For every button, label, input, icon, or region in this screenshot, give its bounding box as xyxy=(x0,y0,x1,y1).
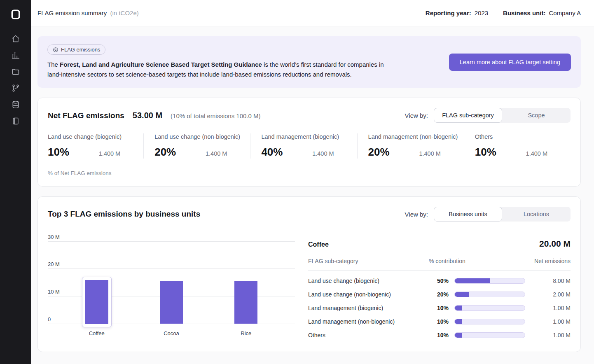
net-flag-toggle: FLAG sub-category Scope xyxy=(434,108,571,123)
bar-slot-cocoa xyxy=(134,281,208,324)
stat-value: 1.400 M xyxy=(206,150,227,157)
detail-head: Coffee 20.00 M xyxy=(308,239,571,249)
row-percent: 10% xyxy=(429,318,449,325)
bar-cocoa[interactable] xyxy=(160,281,183,324)
contribution-bar xyxy=(454,332,525,338)
contribution-bar-fill xyxy=(455,292,469,297)
stat-value: 1.400 M xyxy=(312,150,334,157)
row-percent: 10% xyxy=(429,332,449,338)
net-flag-note: (10% of total emissions 100.0 M) xyxy=(171,112,260,119)
row-value: 8.00 M xyxy=(531,278,571,284)
toggle-scope[interactable]: Scope xyxy=(502,108,571,123)
content: FLAG emissions The Forest, Land and Agri… xyxy=(31,26,594,359)
banner-text-prefix: The xyxy=(47,61,60,68)
row-percent: 10% xyxy=(429,305,449,311)
detail-total: 20.00 M xyxy=(539,239,571,249)
xtick-rice: Rice xyxy=(209,330,283,336)
contribution-bar-fill xyxy=(455,306,462,310)
net-flag-stats-row: Land use change (biogenic) 10%1.400 M La… xyxy=(48,133,571,159)
business-unit-value[interactable]: Company A xyxy=(549,9,581,16)
reporting-year-value[interactable]: 2023 xyxy=(475,9,488,16)
stat-percent: 10% xyxy=(475,146,496,159)
detail-title: Coffee xyxy=(308,241,329,248)
net-flag-card: Net FLAG emissions 53.00 M (10% of total… xyxy=(37,98,581,187)
app-logo-icon[interactable] xyxy=(10,9,21,20)
row-label: Land management (non-biogenic) xyxy=(308,318,423,325)
page-title: FLAG emission summary (in tCO2e) xyxy=(37,9,139,16)
sidebar xyxy=(0,0,31,364)
stat-land-use-change-non-biogenic: Land use change (non-biogenic) 20%1.400 … xyxy=(143,133,250,159)
detail-table-header: FLAG sub-category % contribution Net emi… xyxy=(308,258,571,271)
stat-percent: 20% xyxy=(368,146,390,159)
stat-land-use-change-biogenic: Land use change (biogenic) 10%1.400 M xyxy=(48,133,143,159)
banner-text-block: FLAG emissions The Forest, Land and Agri… xyxy=(47,44,393,79)
viewby-label: View by: xyxy=(405,112,428,119)
stat-percent: 40% xyxy=(261,146,283,159)
toggle-locations[interactable]: Locations xyxy=(502,207,571,222)
toggle-business-units[interactable]: Business units xyxy=(434,207,502,222)
flag-emissions-badge: FLAG emissions xyxy=(47,44,105,55)
contribution-bar-fill xyxy=(455,333,462,338)
table-row: Land use change (biogenic) 50% 8.00 M xyxy=(308,274,571,287)
viewby-label: View by: xyxy=(405,211,428,218)
contribution-bar xyxy=(454,305,525,311)
top3-card: Top 3 FLAG emissions by business units V… xyxy=(37,196,581,352)
banner-text-bold: Forest, Land and Agriculture Science Bas… xyxy=(60,61,262,68)
stat-percent: 10% xyxy=(48,146,69,159)
top3-body: 30 M 20 M 10 M 0 xyxy=(48,232,571,342)
reporting-year-label: Reporting year: xyxy=(426,9,471,16)
stat-land-management-non-biogenic: Land management (non-biogenic) 20%1.400 … xyxy=(357,133,464,159)
co2-badge-icon xyxy=(53,47,58,53)
contribution-bar xyxy=(454,319,525,324)
git-branch-icon[interactable] xyxy=(7,80,24,96)
top3-viewby: View by: Business units Locations xyxy=(405,207,571,222)
net-flag-viewby: View by: FLAG sub-category Scope xyxy=(405,108,571,123)
top3-title: Top 3 FLAG emissions by business units xyxy=(48,210,200,219)
page-title-unit: (in tCO2e) xyxy=(110,9,139,16)
bar-coffee[interactable] xyxy=(85,280,108,324)
toggle-flag-subcategory[interactable]: FLAG sub-category xyxy=(434,108,502,123)
flag-emissions-badge-label: FLAG emissions xyxy=(61,47,100,53)
stat-land-management-biogenic: Land management (biogenic) 40%1.400 M xyxy=(250,133,357,159)
stat-others: Others 10%1.400 M xyxy=(464,133,571,159)
column-header-emissions: Net emissions xyxy=(531,258,571,264)
column-header-contribution: % contribution xyxy=(429,258,525,264)
stat-value: 1.400 M xyxy=(419,150,440,157)
bar-chart-icon[interactable] xyxy=(7,47,24,63)
row-percent: 20% xyxy=(429,291,449,298)
contribution-bar xyxy=(454,292,525,297)
stat-value: 1.400 M xyxy=(526,150,547,157)
book-icon[interactable] xyxy=(7,113,24,129)
home-icon[interactable] xyxy=(7,30,24,47)
column-header-category: FLAG sub-category xyxy=(308,258,423,264)
contribution-bar-fill xyxy=(455,278,490,283)
flag-info-banner: FLAG emissions The Forest, Land and Agri… xyxy=(37,36,581,88)
stat-label: Others xyxy=(475,133,571,140)
banner-description: The Forest, Land and Agriculture Science… xyxy=(47,60,393,79)
row-value: 1.00 M xyxy=(531,318,571,325)
xtick-cocoa: Cocoa xyxy=(134,330,208,336)
table-row: Land management (biogenic) 10% 1.00 M xyxy=(308,301,571,315)
table-row: Others 10% 1.00 M xyxy=(308,328,571,342)
row-label: Land management (biogenic) xyxy=(308,305,423,311)
row-label: Others xyxy=(308,332,423,338)
top3-card-head: Top 3 FLAG emissions by business units V… xyxy=(48,207,571,222)
business-unit: Business unit:Company A xyxy=(503,9,581,16)
xtick-coffee: Coffee xyxy=(59,330,134,336)
folder-icon[interactable] xyxy=(7,63,24,80)
business-unit-detail: Coffee 20.00 M FLAG sub-category % contr… xyxy=(308,232,571,342)
database-icon[interactable] xyxy=(7,96,24,113)
contribution-bar xyxy=(454,278,525,284)
table-row: Land use change (non-biogenic) 20% 2.00 … xyxy=(308,287,571,301)
page-title-text: FLAG emission summary xyxy=(37,9,107,16)
stat-label: Land management (biogenic) xyxy=(261,133,357,140)
bar-rice[interactable] xyxy=(234,281,257,324)
learn-more-button[interactable]: Learn more about FLAG target setting xyxy=(449,54,571,71)
contribution-bar-fill xyxy=(455,319,462,324)
chart-plot: 30 M 20 M 10 M 0 xyxy=(48,241,295,324)
row-value: 2.00 M xyxy=(531,291,571,298)
ytick-30m: 30 M xyxy=(48,234,60,240)
bar-chart: 30 M 20 M 10 M 0 xyxy=(48,232,295,342)
stat-percent: 20% xyxy=(154,146,176,159)
row-label: Land use change (non-biogenic) xyxy=(308,291,423,298)
